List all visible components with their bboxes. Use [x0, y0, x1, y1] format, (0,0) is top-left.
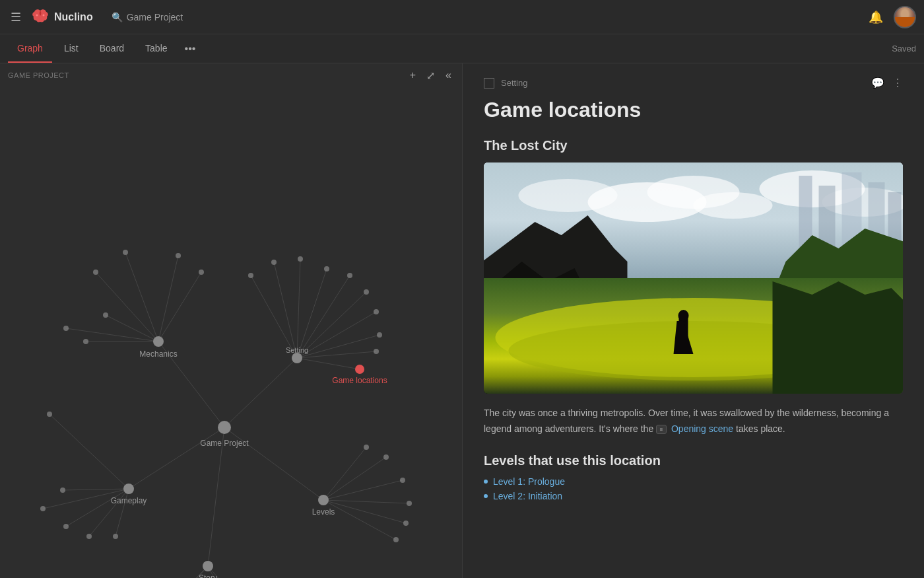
bullet-dot-1 — [484, 480, 488, 484]
expand-graph-button[interactable]: ⤢ — [424, 68, 438, 83]
level-2-link[interactable]: Level 2: Initiation — [493, 491, 562, 501]
svg-point-1 — [43, 14, 45, 16]
level-item-1: Level 1: Prologue — [484, 476, 903, 487]
node-label-levels: Levels — [312, 507, 335, 517]
svg-point-60 — [86, 534, 92, 539]
tab-board[interactable]: Board — [90, 34, 133, 63]
svg-line-33 — [323, 500, 409, 503]
more-tabs-button[interactable]: ••• — [180, 40, 201, 57]
graph-controls: + ⤢ « — [407, 68, 454, 83]
content-header: Setting 💬 ⋮ — [484, 77, 903, 89]
svg-line-9 — [125, 252, 158, 342]
svg-line-16 — [274, 262, 297, 358]
bell-icon[interactable]: 🔔 — [866, 7, 886, 27]
node-label-game-project: Game Project — [200, 439, 249, 448]
svg-point-89 — [678, 310, 689, 322]
saved-status: Saved — [892, 44, 916, 54]
content-header-icons: 💬 ⋮ — [871, 77, 903, 89]
topbar: ☰ Nuclino 🔍 Game Project 🔔 — [0, 0, 924, 34]
node-game-locations — [355, 365, 364, 374]
svg-line-10 — [158, 256, 178, 342]
svg-line-8 — [96, 272, 158, 342]
svg-point-41 — [123, 250, 128, 255]
svg-line-32 — [323, 480, 403, 500]
svg-line-4 — [129, 427, 224, 489]
level-item-2: Level 2: Initiation — [484, 491, 903, 501]
svg-point-0 — [36, 14, 38, 16]
svg-point-40 — [93, 270, 98, 275]
svg-point-55 — [374, 349, 379, 354]
svg-point-42 — [176, 253, 181, 258]
svg-point-48 — [271, 260, 277, 265]
graph-header: GAME PROJECT + ⤢ « — [0, 63, 462, 87]
main-layout: GAME PROJECT + ⤢ « — [0, 63, 924, 578]
svg-line-24 — [50, 414, 129, 489]
svg-line-34 — [323, 500, 406, 523]
svg-line-35 — [323, 500, 396, 540]
svg-point-52 — [364, 289, 369, 295]
node-gameplay — [123, 484, 134, 494]
section1-title: The Lost City — [484, 138, 903, 153]
levels-list: Level 1: Prologue Level 2: Initiation — [484, 476, 903, 501]
node-label-game-locations: Game locations — [332, 376, 387, 385]
svg-point-53 — [374, 309, 379, 314]
svg-point-47 — [248, 273, 253, 278]
svg-line-21 — [297, 312, 376, 358]
node-label-setting: Setting — [286, 346, 308, 354]
logo[interactable]: Nuclino — [32, 8, 93, 26]
svg-point-67 — [393, 537, 399, 542]
svg-point-58 — [40, 506, 46, 511]
satellite-nodes[interactable] — [40, 250, 412, 578]
svg-point-54 — [377, 332, 382, 338]
svg-point-62 — [364, 445, 369, 450]
svg-line-6 — [208, 427, 224, 566]
node-game-project — [218, 421, 231, 434]
add-node-button[interactable]: + — [407, 68, 418, 83]
node-story — [203, 561, 213, 571]
svg-point-64 — [400, 478, 405, 483]
svg-point-65 — [407, 501, 412, 506]
svg-point-73 — [694, 192, 773, 219]
node-label-gameplay: Gameplay — [111, 496, 147, 505]
bullet-dot-2 — [484, 494, 488, 498]
tab-table[interactable]: Table — [136, 34, 176, 63]
doc-title: Game locations — [484, 97, 903, 122]
level-1-link[interactable]: Level 1: Prologue — [493, 476, 565, 487]
doc-image — [484, 163, 903, 394]
main-nodes[interactable]: Game Project Mechanics Setting Game loca… — [111, 336, 387, 578]
more-options-icon[interactable]: ⋮ — [892, 77, 903, 89]
svg-point-57 — [60, 488, 65, 493]
avatar[interactable] — [894, 6, 916, 28]
svg-point-50 — [324, 266, 329, 271]
svg-point-51 — [347, 273, 352, 278]
svg-line-17 — [297, 259, 300, 358]
graph-edges — [43, 252, 409, 578]
tab-graph[interactable]: Graph — [8, 34, 52, 63]
graph-svg[interactable]: Game Project Mechanics Setting Game loca… — [0, 87, 462, 578]
svg-point-46 — [83, 339, 88, 344]
section2-title: Levels that use this location — [484, 453, 903, 468]
opening-scene-link[interactable]: Opening scene — [671, 423, 733, 434]
doc-checkbox[interactable] — [484, 78, 494, 89]
graph-panel: GAME PROJECT + ⤢ « — [0, 63, 462, 578]
node-label-story: Story — [199, 573, 217, 578]
svg-point-43 — [199, 270, 204, 275]
brain-icon — [32, 8, 49, 26]
tab-list[interactable]: List — [55, 34, 88, 63]
node-label-mechanics: Mechanics — [139, 349, 177, 359]
svg-point-59 — [63, 524, 69, 529]
comment-icon[interactable]: 💬 — [871, 77, 884, 89]
collapse-panel-button[interactable]: « — [443, 68, 454, 83]
svg-line-31 — [323, 457, 386, 500]
breadcrumb: GAME PROJECT — [8, 71, 69, 79]
search-area[interactable]: 🔍 Game Project — [112, 12, 183, 22]
svg-line-3 — [224, 358, 297, 427]
svg-line-7 — [297, 358, 360, 369]
node-levels — [318, 495, 329, 505]
view-tabs: Graph List Board Table ••• Saved — [0, 34, 924, 63]
graph-svg-container[interactable]: Game Project Mechanics Setting Game loca… — [0, 87, 462, 578]
svg-point-66 — [403, 521, 409, 526]
svg-line-30 — [323, 447, 366, 500]
search-text: Game Project — [127, 12, 183, 22]
menu-icon[interactable]: ☰ — [8, 7, 24, 27]
